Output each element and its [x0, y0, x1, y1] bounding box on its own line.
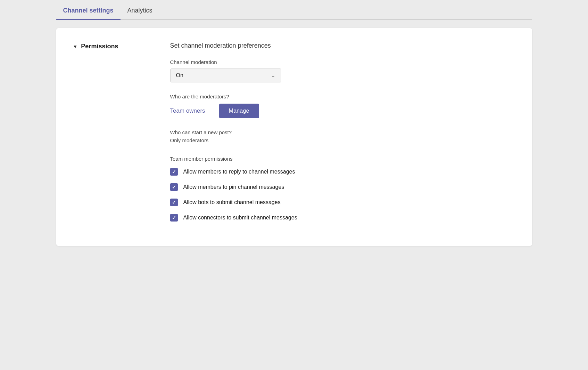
- new-post-section: Who can start a new post? Only moderator…: [170, 129, 515, 143]
- checkbox-pin[interactable]: ✓: [170, 183, 178, 191]
- manage-button[interactable]: Manage: [219, 104, 259, 118]
- permissions-label: Permissions: [81, 43, 118, 50]
- checkbox-connectors[interactable]: ✓: [170, 214, 178, 222]
- moderator-question: Who are the moderators?: [170, 94, 515, 99]
- checkbox-row-pin: ✓ Allow members to pin channel messages: [170, 183, 515, 191]
- checkmark-icon: ✓: [172, 169, 176, 174]
- checkbox-bots[interactable]: ✓: [170, 199, 178, 206]
- channel-moderation-wrapper: Channel moderation On ⌄: [170, 59, 515, 82]
- tab-analytics[interactable]: Analytics: [121, 3, 159, 19]
- section-title: Set channel moderation preferences: [170, 42, 515, 49]
- new-post-question: Who can start a new post?: [170, 129, 515, 135]
- main-card: ▼ Permissions Set channel moderation pre…: [56, 28, 532, 246]
- checkbox-pin-label: Allow members to pin channel messages: [183, 184, 284, 190]
- left-column: ▼ Permissions: [73, 42, 156, 229]
- channel-moderation-dropdown[interactable]: On ⌄: [170, 69, 281, 82]
- only-moderators-value: Only moderators: [170, 137, 515, 143]
- checkbox-bots-label: Allow bots to submit channel messages: [183, 199, 281, 206]
- moderators-section: Who are the moderators? Team owners Mana…: [170, 94, 515, 118]
- checkbox-row-connectors: ✓ Allow connectors to submit channel mes…: [170, 214, 515, 222]
- member-permissions-label: Team member permissions: [170, 156, 515, 162]
- team-owners-link[interactable]: Team owners: [170, 107, 205, 114]
- right-column: Set channel moderation preferences Chann…: [170, 42, 515, 229]
- card-inner: ▼ Permissions Set channel moderation pre…: [73, 42, 515, 229]
- checkmark-icon: ✓: [172, 200, 176, 205]
- channel-moderation-value: On: [176, 72, 183, 79]
- dropdown-chevron-icon: ⌄: [271, 73, 275, 78]
- checkbox-row-reply: ✓ Allow members to reply to channel mess…: [170, 168, 515, 176]
- checkbox-reply-label: Allow members to reply to channel messag…: [183, 169, 295, 175]
- moderator-row: Team owners Manage: [170, 104, 515, 118]
- permissions-header: ▼ Permissions: [73, 43, 156, 50]
- channel-moderation-label: Channel moderation: [170, 59, 515, 65]
- tab-bar: Channel settings Analytics: [56, 0, 532, 20]
- checkbox-connectors-label: Allow connectors to submit channel messa…: [183, 215, 297, 221]
- member-permissions-section: Team member permissions ✓ Allow members …: [170, 156, 515, 229]
- page-container: Channel settings Analytics ▼ Permissions…: [0, 0, 588, 370]
- tab-channel-settings[interactable]: Channel settings: [56, 3, 121, 19]
- checkbox-row-bots: ✓ Allow bots to submit channel messages: [170, 199, 515, 206]
- checkbox-reply[interactable]: ✓: [170, 168, 178, 176]
- checkmark-icon: ✓: [172, 185, 176, 190]
- checkmark-icon: ✓: [172, 215, 176, 220]
- chevron-down-icon: ▼: [73, 44, 78, 49]
